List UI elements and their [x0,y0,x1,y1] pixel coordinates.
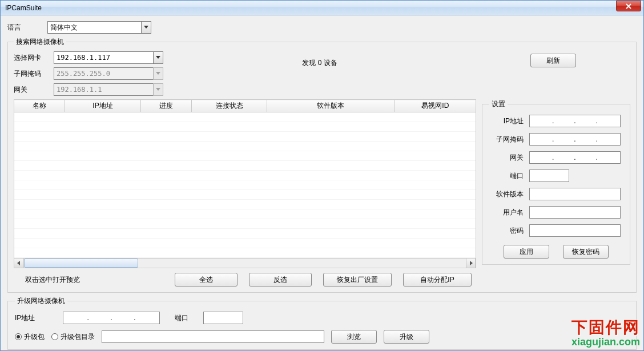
radio-icon [15,333,22,340]
radio-icon [51,333,58,340]
titlebar: IPCamSuite [1,1,643,15]
upgrade-ip-label: IP地址 [15,313,53,323]
col-easyid[interactable]: 易视网ID [395,100,476,112]
upgrade-button[interactable]: 升级 [384,330,429,344]
upgrade-port-label: 端口 [170,313,193,323]
search-legend: 搜索网络摄像机 [14,37,66,47]
col-name[interactable]: 名称 [14,100,65,112]
chevron-down-icon[interactable] [141,21,151,34]
subnet-value [54,67,153,80]
settings-version-label: 软件版本 [489,189,524,199]
chevron-down-icon [153,83,163,96]
settings-version-input[interactable] [529,188,621,200]
refresh-button[interactable]: 刷新 [530,54,576,67]
col-progress[interactable]: 进度 [140,100,191,112]
settings-subnet-input[interactable]: ... [529,133,621,146]
subnet-label: 子网掩码 [14,69,54,79]
settings-group: 设置 IP地址 ... 子网掩码 ... 网关 ... [482,99,630,265]
scrollbar-thumb[interactable] [24,259,138,268]
col-ip[interactable]: IP地址 [65,100,140,112]
upgrade-pkg-radio[interactable]: 升级包 [15,332,45,342]
gateway-label: 网关 [14,85,54,95]
settings-pass-input[interactable] [529,224,621,237]
upgrade-group: 升级网络摄像机 IP地址 ... 端口 升级包 升级包目录 浏览 升级 [7,296,637,350]
settings-legend: 设置 [489,99,508,109]
found-devices-text: 发现 0 设备 [163,51,476,68]
apply-button[interactable]: 应用 [504,245,549,259]
settings-port-label: 端口 [489,171,524,181]
chevron-down-icon [153,67,163,80]
select-all-button[interactable]: 全选 [175,273,238,287]
col-conn[interactable]: 连接状态 [191,100,267,112]
nic-select[interactable] [54,51,163,64]
upgrade-dir-radio[interactable]: 升级包目录 [51,332,95,342]
gateway-value [54,83,153,96]
factory-reset-button[interactable]: 恢复出厂设置 [323,273,392,287]
upgrade-legend: 升级网络摄像机 [15,296,67,306]
doubleclick-hint: 双击选中打开预览 [14,275,168,285]
settings-gateway-input[interactable]: ... [529,151,621,164]
upgrade-ip-input[interactable]: ... [63,312,160,324]
settings-gateway-label: 网关 [489,153,524,163]
nic-value[interactable] [54,51,153,64]
subnet-select [54,67,163,80]
settings-pass-label: 密码 [489,226,524,236]
recover-password-button[interactable]: 恢复密码 [563,245,609,259]
scroll-right-icon[interactable] [466,259,476,268]
nic-label: 选择网卡 [14,53,54,63]
language-value[interactable] [47,21,141,34]
watermark: 下固件网 xiagujian.com [571,319,640,348]
window-title: IPCamSuite [5,4,642,12]
settings-ip-input[interactable]: ... [529,115,621,127]
settings-port-input[interactable] [529,170,569,182]
col-version[interactable]: 软件版本 [267,100,395,112]
search-group: 搜索网络摄像机 选择网卡 子网掩码 [7,37,637,293]
horizontal-scrollbar[interactable] [14,259,476,268]
settings-ip-label: IP地址 [489,116,524,126]
device-table-body[interactable] [14,112,476,259]
settings-user-label: 用户名 [489,208,524,217]
language-select[interactable] [47,21,151,34]
upgrade-path-input[interactable] [102,330,324,343]
gateway-select [54,83,163,96]
upgrade-port-input[interactable] [203,312,243,324]
auto-ip-button[interactable]: 自动分配IP [403,273,472,287]
language-label: 语言 [7,23,47,33]
close-button[interactable] [616,1,641,11]
browse-button[interactable]: 浏览 [331,330,377,344]
chevron-down-icon[interactable] [153,51,163,64]
settings-user-input[interactable] [529,206,621,219]
invert-button[interactable]: 反选 [249,273,312,287]
settings-subnet-label: 子网掩码 [489,135,524,144]
device-table[interactable]: 名称 IP地址 进度 连接状态 软件版本 易视网ID [14,99,476,112]
scroll-left-icon[interactable] [14,259,24,268]
